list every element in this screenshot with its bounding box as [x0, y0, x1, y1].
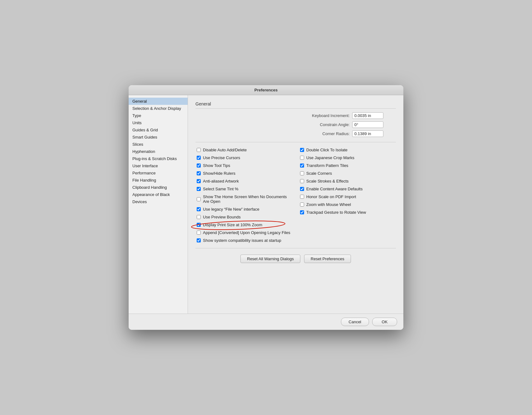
checkbox-use-japanese-crop[interactable]	[300, 156, 304, 160]
ok-button[interactable]: OK	[372, 318, 397, 326]
reset-warnings-button[interactable]: Reset All Warning Dialogs	[240, 255, 300, 263]
checkbox-disable-auto-add[interactable]	[197, 148, 201, 152]
sidebar-item-clipboard[interactable]: Clipboard Handling	[129, 184, 188, 191]
checkbox-show-home-screen[interactable]	[197, 197, 201, 201]
checkboxes-right-col: Double Click To IsolateUse Japanese Crop…	[299, 146, 396, 244]
sidebar-item-devices[interactable]: Devices	[129, 198, 188, 205]
checkbox-item-trackpad-gesture[interactable]: Trackpad Gesture to Rotate View	[299, 208, 396, 216]
checkbox-label-honor-scale-pdf: Honor Scale on PDF Import	[306, 194, 356, 199]
bottom-buttons: Reset All Warning Dialogs Reset Preferen…	[195, 255, 396, 266]
checkbox-item-zoom-mouse-wheel[interactable]: Zoom with Mouse Wheel	[299, 201, 396, 208]
checkbox-item-double-click-isolate[interactable]: Double Click To Isolate	[299, 146, 396, 154]
sidebar-item-appearance-black[interactable]: Appearance of Black	[129, 191, 188, 198]
sidebar-item-plug-ins[interactable]: Plug-ins & Scratch Disks	[129, 155, 188, 162]
checkbox-scale-strokes-effects[interactable]	[300, 179, 304, 183]
checkbox-item-use-precise-cursors[interactable]: Use Precise Cursors	[195, 154, 293, 162]
checkbox-item-honor-scale-pdf[interactable]: Honor Scale on PDF Import	[299, 193, 396, 201]
checkboxes-container: Disable Auto Add/DeleteUse Precise Curso…	[195, 146, 396, 244]
checkbox-item-select-same-tint[interactable]: Select Same Tint %	[195, 185, 293, 193]
sidebar-item-hyphenation[interactable]: Hyphenation	[129, 148, 188, 155]
sidebar-item-smart-guides[interactable]: Smart Guides	[129, 134, 188, 141]
fields-group: Keyboard Increment:Constrain Angle:Corne…	[195, 112, 396, 137]
checkbox-item-display-print-size[interactable]: Display Print Size at 100% Zoom	[195, 221, 293, 229]
field-row-keyboard-increment: Keyboard Increment:	[195, 112, 396, 119]
checkbox-item-transform-pattern-tiles[interactable]: Transform Pattern Tiles	[299, 162, 396, 169]
checkbox-label-zoom-mouse-wheel: Zoom with Mouse Wheel	[306, 202, 351, 207]
checkbox-label-use-japanese-crop: Use Japanese Crop Marks	[306, 155, 354, 160]
checkbox-label-trackpad-gesture: Trackpad Gesture to Rotate View	[306, 210, 366, 215]
sidebar-item-user-interface[interactable]: User Interface	[129, 162, 188, 169]
checkbox-use-precise-cursors[interactable]	[197, 156, 201, 160]
field-row-corner-radius: Corner Radius:	[195, 130, 396, 137]
checkbox-show-hide-rulers[interactable]	[197, 171, 201, 175]
checkbox-display-print-size[interactable]	[197, 223, 201, 227]
checkbox-item-use-legacy-file-new[interactable]: Use legacy “File New” interface	[195, 205, 293, 213]
field-label-constrain-angle: Constrain Angle:	[309, 122, 350, 127]
checkbox-transform-pattern-tiles[interactable]	[300, 164, 304, 168]
checkbox-label-transform-pattern-tiles: Transform Pattern Tiles	[306, 163, 348, 168]
sidebar-item-performance[interactable]: Performance	[129, 169, 188, 177]
field-row-constrain-angle: Constrain Angle:	[195, 121, 396, 128]
dialog-footer: Cancel OK	[129, 314, 403, 330]
checkbox-label-scale-corners: Scale Corners	[306, 171, 332, 176]
reset-preferences-button[interactable]: Reset Preferences	[304, 255, 351, 263]
checkbox-use-legacy-file-new[interactable]	[197, 207, 201, 211]
checkbox-show-system-compat[interactable]	[197, 238, 201, 242]
checkbox-item-show-tool-tips[interactable]: Show Tool Tips	[195, 162, 293, 169]
checkbox-item-show-system-compat[interactable]: Show system compatibility issues at star…	[195, 237, 293, 244]
checkbox-label-show-tool-tips: Show Tool Tips	[203, 163, 230, 168]
sidebar-item-file-handling[interactable]: File Handling	[129, 177, 188, 184]
checkbox-item-scale-corners[interactable]: Scale Corners	[299, 169, 396, 177]
checkbox-label-use-legacy-file-new: Use legacy “File New” interface	[203, 207, 259, 212]
checkbox-item-scale-strokes-effects[interactable]: Scale Strokes & Effects	[299, 177, 396, 185]
dialog-body: GeneralSelection & Anchor DisplayTypeUni…	[129, 95, 403, 314]
sidebar-item-type[interactable]: Type	[129, 112, 188, 119]
checkbox-enable-content-aware[interactable]	[300, 187, 304, 191]
field-label-corner-radius: Corner Radius:	[309, 131, 350, 136]
checkbox-item-show-home-screen[interactable]: Show The Home Screen When No Documents A…	[195, 193, 293, 205]
sidebar-item-units[interactable]: Units	[129, 119, 188, 126]
sidebar-item-guides-grid[interactable]: Guides & Grid	[129, 126, 188, 134]
cancel-button[interactable]: Cancel	[341, 318, 369, 326]
checkbox-label-scale-strokes-effects: Scale Strokes & Effects	[306, 179, 349, 183]
checkbox-item-use-preview-bounds[interactable]: Use Preview Bounds	[195, 213, 293, 221]
dialog-title: Preferences	[254, 88, 278, 92]
checkbox-anti-aliased[interactable]	[197, 179, 201, 183]
checkbox-trackpad-gesture[interactable]	[300, 210, 304, 214]
sidebar-item-general[interactable]: General	[129, 98, 188, 105]
sidebar-item-selection-anchor[interactable]: Selection & Anchor Display	[129, 105, 188, 112]
dialog-titlebar: Preferences	[129, 85, 403, 95]
checkbox-label-use-preview-bounds: Use Preview Bounds	[203, 215, 241, 219]
checkbox-show-tool-tips[interactable]	[197, 164, 201, 168]
content-panel: General Keyboard Increment:Constrain Ang…	[188, 95, 403, 314]
checkbox-item-show-hide-rulers[interactable]: Show/Hide Rulers	[195, 169, 293, 177]
field-input-corner-radius[interactable]	[352, 130, 383, 137]
checkbox-item-disable-auto-add[interactable]: Disable Auto Add/Delete	[195, 146, 293, 154]
checkbox-item-use-japanese-crop[interactable]: Use Japanese Crop Marks	[299, 154, 396, 162]
checkbox-label-show-hide-rulers: Show/Hide Rulers	[203, 171, 235, 176]
checkbox-select-same-tint[interactable]	[197, 187, 201, 191]
checkbox-label-show-system-compat: Show system compatibility issues at star…	[203, 238, 281, 243]
checkbox-item-enable-content-aware[interactable]: Enable Content Aware Defaults	[299, 185, 396, 193]
sidebar-item-slices[interactable]: Slices	[129, 141, 188, 148]
field-input-keyboard-increment[interactable]	[352, 112, 383, 119]
section-title: General	[195, 101, 396, 109]
field-input-constrain-angle[interactable]	[352, 121, 383, 128]
checkbox-scale-corners[interactable]	[300, 171, 304, 175]
checkbox-label-show-home-screen: Show The Home Screen When No Documents A…	[203, 194, 291, 204]
checkbox-label-use-precise-cursors: Use Precise Cursors	[203, 155, 240, 160]
checkbox-double-click-isolate[interactable]	[300, 148, 304, 152]
divider-1	[195, 142, 396, 142]
checkbox-honor-scale-pdf[interactable]	[300, 195, 304, 199]
checkbox-label-double-click-isolate: Double Click To Isolate	[306, 148, 347, 152]
sidebar: GeneralSelection & Anchor DisplayTypeUni…	[129, 95, 188, 314]
checkbox-label-append-converted: Append [Converted] Upon Opening Legacy F…	[203, 230, 290, 235]
field-label-keyboard-increment: Keyboard Increment:	[309, 113, 350, 118]
checkbox-zoom-mouse-wheel[interactable]	[300, 203, 304, 207]
checkbox-use-preview-bounds[interactable]	[197, 215, 201, 219]
checkbox-append-converted[interactable]	[197, 231, 201, 235]
checkbox-item-anti-aliased[interactable]: Anti-aliased Artwork	[195, 177, 293, 185]
checkbox-label-disable-auto-add: Disable Auto Add/Delete	[203, 148, 247, 152]
preferences-dialog: Preferences GeneralSelection & Anchor Di…	[129, 85, 403, 330]
checkbox-item-append-converted[interactable]: Append [Converted] Upon Opening Legacy F…	[195, 229, 293, 237]
